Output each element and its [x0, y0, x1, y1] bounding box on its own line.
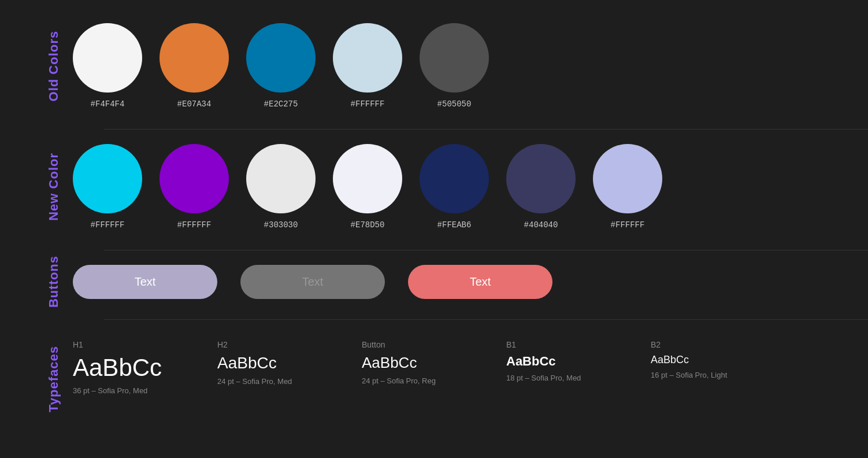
typefaces-section: Typefaces H1 AaBbCc 36 pt – Sofia Pro, M… — [46, 323, 868, 412]
color-circle-505050 — [420, 23, 489, 93]
typeface-b1-desc: 18 pt – Sofia Pro, Med — [506, 374, 622, 382]
page-container: Old Colors #F4F4F4 #E07A34 #E2C275 #FFFF… — [0, 0, 868, 430]
color-label-e2c275: #E2C275 — [264, 99, 298, 109]
buttons-section: Buttons Text Text Text — [46, 253, 868, 311]
new-color-section: New Color #FFFFFF #FFFFFF #303030 #E78D5… — [46, 132, 868, 241]
button-text-3[interactable]: Text — [408, 265, 552, 299]
divider-3 — [104, 319, 868, 320]
typeface-h2-category: H2 — [217, 340, 333, 349]
color-item-light-blue: #FFFFFF — [593, 144, 662, 230]
typeface-h2-sample: AaBbCc — [217, 354, 333, 372]
color-label-ffffff: #FFFFFF — [351, 99, 385, 109]
old-colors-section: Old Colors #F4F4F4 #E07A34 #E2C275 #FFFF… — [46, 12, 868, 120]
color-label-505050: #505050 — [437, 99, 472, 109]
color-item-cyan: #FFFFFF — [73, 144, 142, 230]
button-text-2[interactable]: Text — [240, 265, 385, 299]
color-label-purple: #FFFFFF — [177, 220, 212, 230]
color-circle-404040 — [506, 144, 576, 213]
typeface-b2-category: B2 — [651, 340, 766, 349]
color-circle-cyan — [73, 144, 142, 213]
color-label-cyan: #FFFFFF — [91, 220, 125, 230]
typeface-b1-sample: AaBbCc — [506, 354, 622, 369]
typeface-b1-category: B1 — [506, 340, 622, 349]
color-item-303030: #303030 — [246, 144, 316, 230]
typeface-h1-sample: AaBbCc — [73, 354, 188, 382]
color-label-e07a34: #E07A34 — [177, 99, 212, 109]
color-circle-ffeab6 — [420, 144, 489, 213]
old-colors-label: Old Colors — [46, 31, 61, 101]
typeface-button-category: Button — [362, 340, 477, 349]
typeface-b2: B2 AaBbCc 16 pt – Sofia Pro, Light — [651, 340, 766, 379]
typeface-b1: B1 AaBbCc 18 pt – Sofia Pro, Med — [506, 340, 622, 382]
color-circle-e2c275 — [246, 23, 316, 93]
typeface-b2-sample: AaBbCc — [651, 354, 766, 366]
typeface-button-sample: AaBbCc — [362, 354, 477, 372]
typeface-h1-desc: 36 pt – Sofia Pro, Med — [73, 386, 188, 395]
color-label-light-blue: #FFFFFF — [611, 220, 645, 230]
color-circle-f4f4f4 — [73, 23, 142, 93]
typefaces-row: H1 AaBbCc 36 pt – Sofia Pro, Med H2 AaBb… — [73, 328, 766, 407]
color-circle-ffffff — [333, 23, 402, 93]
color-item-505050: #505050 — [420, 23, 489, 109]
color-item-404040: #404040 — [506, 144, 576, 230]
color-item-ffffff: #FFFFFF — [333, 23, 402, 109]
new-color-label: New Color — [46, 153, 61, 221]
typeface-h2-desc: 24 pt – Sofia Pro, Med — [217, 377, 333, 386]
color-item-e07a34: #E07A34 — [159, 23, 229, 109]
color-label-303030: #303030 — [264, 220, 298, 230]
color-item-f4f4f4: #F4F4F4 — [73, 23, 142, 109]
color-circle-e07a34 — [159, 23, 229, 93]
color-label-ffeab6: #FFEAB6 — [437, 220, 472, 230]
typeface-button-desc: 24 pt – Sofia Pro, Reg — [362, 376, 477, 385]
color-label-f4f4f4: #F4F4F4 — [91, 99, 125, 109]
color-label-e78d50: #E78D50 — [351, 220, 385, 230]
divider-1 — [104, 129, 868, 130]
typeface-b2-desc: 16 pt – Sofia Pro, Light — [651, 371, 766, 379]
color-circle-e78d50 — [333, 144, 402, 213]
color-item-e2c275: #E2C275 — [246, 23, 316, 109]
buttons-label: Buttons — [46, 256, 61, 308]
old-colors-row: #F4F4F4 #E07A34 #E2C275 #FFFFFF #505050 — [73, 12, 489, 120]
typeface-button: Button AaBbCc 24 pt – Sofia Pro, Reg — [362, 340, 477, 385]
color-item-e78d50: #E78D50 — [333, 144, 402, 230]
divider-2 — [104, 250, 868, 250]
color-label-404040: #404040 — [524, 220, 558, 230]
typeface-h1-category: H1 — [73, 340, 188, 349]
typefaces-label: Typefaces — [46, 346, 61, 412]
new-colors-row: #FFFFFF #FFFFFF #303030 #E78D50 #FFEAB6 — [73, 132, 662, 241]
button-text-1[interactable]: Text — [73, 265, 217, 299]
typeface-h2: H2 AaBbCc 24 pt – Sofia Pro, Med — [217, 340, 333, 386]
buttons-row: Text Text Text — [73, 253, 552, 311]
color-circle-light-blue — [593, 144, 662, 213]
typeface-h1: H1 AaBbCc 36 pt – Sofia Pro, Med — [73, 340, 188, 395]
color-item-ffeab6: #FFEAB6 — [420, 144, 489, 230]
color-circle-purple — [159, 144, 229, 213]
color-item-purple: #FFFFFF — [159, 144, 229, 230]
color-circle-303030 — [246, 144, 316, 213]
